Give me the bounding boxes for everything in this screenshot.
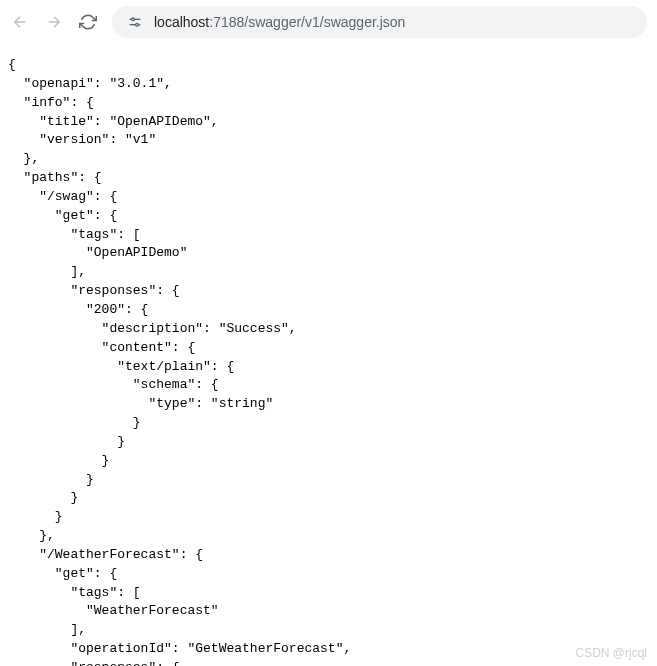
address-bar[interactable]: localhost:7188/swagger/v1/swagger.json [112,6,647,38]
json-line: "/WeatherForecast": { [8,547,203,562]
json-line: }, [8,151,39,166]
svg-point-2 [132,18,135,21]
svg-point-3 [136,23,139,26]
json-line: "operationId": "GetWeatherForecast", [8,641,351,656]
forward-button[interactable] [44,12,64,32]
json-line: { [8,57,16,72]
json-line: "200": { [8,302,148,317]
json-line: "OpenAPIDemo" [8,245,187,260]
json-line: "responses": { [8,283,180,298]
json-line: "responses": { [8,660,180,666]
json-line: "info": { [8,95,94,110]
json-line: "get": { [8,566,117,581]
json-line: "schema": { [8,377,219,392]
json-line: "text/plain": { [8,359,234,374]
json-line: "WeatherForecast" [8,603,219,618]
url-port: :7188 [209,14,244,30]
json-line: } [8,509,63,524]
url-host: localhost [154,14,209,30]
reload-button[interactable] [78,12,98,32]
browser-toolbar: localhost:7188/swagger/v1/swagger.json [0,0,657,44]
json-line: "version": "v1" [8,132,156,147]
json-line: } [8,490,78,505]
url-path: /swagger/v1/swagger.json [244,14,405,30]
back-button[interactable] [10,12,30,32]
site-settings-icon[interactable] [126,15,144,29]
json-line: "type": "string" [8,396,273,411]
json-line: "description": "Success", [8,321,297,336]
json-line: } [8,453,109,468]
url-text: localhost:7188/swagger/v1/swagger.json [154,14,405,30]
watermark: CSDN @rjcql [575,646,647,660]
json-line: } [8,415,141,430]
json-line: "tags": [ [8,585,141,600]
json-line: ], [8,264,86,279]
json-line: "content": { [8,340,195,355]
json-line: } [8,434,125,449]
json-content: { "openapi": "3.0.1", "info": { "title":… [0,44,657,666]
json-line: "tags": [ [8,227,141,242]
json-line: ], [8,622,86,637]
json-line: "/swag": { [8,189,117,204]
json-line: }, [8,528,55,543]
json-line: } [8,472,94,487]
json-line: "get": { [8,208,117,223]
json-line: "title": "OpenAPIDemo", [8,114,219,129]
json-line: "paths": { [8,170,102,185]
json-line: "openapi": "3.0.1", [8,76,172,91]
